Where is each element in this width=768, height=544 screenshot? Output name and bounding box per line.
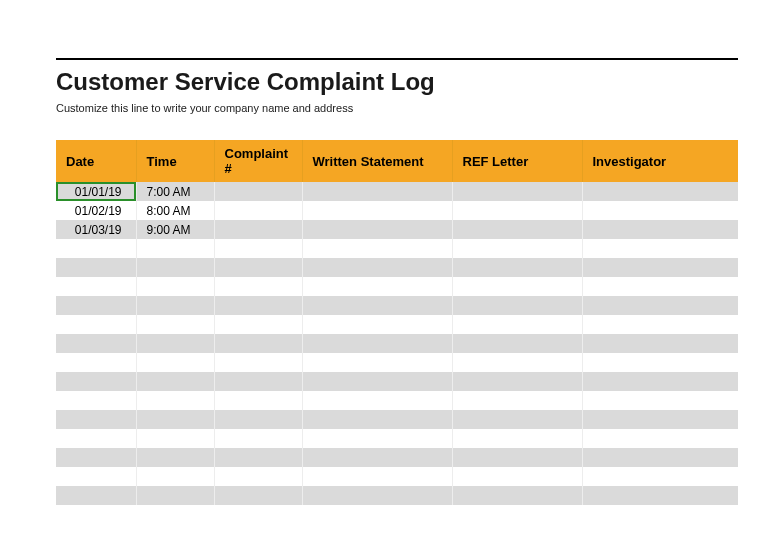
cell-investigator[interactable] — [582, 201, 738, 220]
cell-date[interactable] — [56, 372, 136, 391]
cell-ref[interactable] — [452, 467, 582, 486]
cell-ref[interactable] — [452, 429, 582, 448]
cell-time[interactable] — [136, 391, 214, 410]
cell-complaint[interactable] — [214, 315, 302, 334]
cell-ref[interactable] — [452, 258, 582, 277]
cell-investigator[interactable] — [582, 372, 738, 391]
cell-investigator[interactable] — [582, 448, 738, 467]
cell-ref[interactable] — [452, 372, 582, 391]
cell-statement[interactable] — [302, 258, 452, 277]
cell-time[interactable] — [136, 239, 214, 258]
cell-statement[interactable] — [302, 201, 452, 220]
cell-time[interactable]: 9:00 AM — [136, 220, 214, 239]
cell-complaint[interactable] — [214, 182, 302, 201]
cell-date[interactable]: 01/02/19 — [56, 201, 136, 220]
cell-date[interactable] — [56, 467, 136, 486]
cell-investigator[interactable] — [582, 220, 738, 239]
cell-investigator[interactable] — [582, 258, 738, 277]
cell-date[interactable] — [56, 486, 136, 505]
cell-investigator[interactable] — [582, 391, 738, 410]
cell-time[interactable] — [136, 467, 214, 486]
cell-time[interactable]: 8:00 AM — [136, 201, 214, 220]
cell-ref[interactable] — [452, 201, 582, 220]
cell-complaint[interactable] — [214, 296, 302, 315]
cell-time[interactable] — [136, 258, 214, 277]
cell-time[interactable] — [136, 315, 214, 334]
cell-date[interactable] — [56, 296, 136, 315]
col-header-ref[interactable]: REF Letter — [452, 140, 582, 182]
cell-time[interactable]: 7:00 AM — [136, 182, 214, 201]
cell-ref[interactable] — [452, 391, 582, 410]
cell-date[interactable] — [56, 258, 136, 277]
cell-date[interactable] — [56, 391, 136, 410]
cell-complaint[interactable] — [214, 201, 302, 220]
col-header-time[interactable]: Time — [136, 140, 214, 182]
cell-statement[interactable] — [302, 429, 452, 448]
cell-statement[interactable] — [302, 391, 452, 410]
cell-ref[interactable] — [452, 410, 582, 429]
cell-statement[interactable] — [302, 220, 452, 239]
cell-complaint[interactable] — [214, 258, 302, 277]
cell-date[interactable]: 01/01/19 — [56, 182, 136, 201]
cell-date[interactable] — [56, 429, 136, 448]
cell-complaint[interactable] — [214, 372, 302, 391]
cell-ref[interactable] — [452, 334, 582, 353]
cell-ref[interactable] — [452, 220, 582, 239]
cell-date[interactable]: 01/03/19 — [56, 220, 136, 239]
cell-time[interactable] — [136, 372, 214, 391]
cell-date[interactable] — [56, 410, 136, 429]
cell-date[interactable] — [56, 315, 136, 334]
cell-statement[interactable] — [302, 467, 452, 486]
cell-complaint[interactable] — [214, 448, 302, 467]
col-header-complaint[interactable]: Complaint # — [214, 140, 302, 182]
cell-complaint[interactable] — [214, 410, 302, 429]
cell-statement[interactable] — [302, 277, 452, 296]
cell-investigator[interactable] — [582, 429, 738, 448]
cell-complaint[interactable] — [214, 239, 302, 258]
cell-complaint[interactable] — [214, 486, 302, 505]
cell-investigator[interactable] — [582, 467, 738, 486]
cell-complaint[interactable] — [214, 353, 302, 372]
cell-ref[interactable] — [452, 315, 582, 334]
cell-date[interactable] — [56, 353, 136, 372]
cell-time[interactable] — [136, 277, 214, 296]
cell-statement[interactable] — [302, 239, 452, 258]
cell-statement[interactable] — [302, 182, 452, 201]
cell-ref[interactable] — [452, 277, 582, 296]
cell-investigator[interactable] — [582, 277, 738, 296]
cell-statement[interactable] — [302, 296, 452, 315]
cell-complaint[interactable] — [214, 467, 302, 486]
cell-complaint[interactable] — [214, 429, 302, 448]
cell-statement[interactable] — [302, 372, 452, 391]
cell-ref[interactable] — [452, 353, 582, 372]
cell-time[interactable] — [136, 410, 214, 429]
cell-ref[interactable] — [452, 182, 582, 201]
cell-investigator[interactable] — [582, 315, 738, 334]
cell-statement[interactable] — [302, 353, 452, 372]
cell-time[interactable] — [136, 353, 214, 372]
cell-date[interactable] — [56, 277, 136, 296]
cell-complaint[interactable] — [214, 334, 302, 353]
col-header-statement[interactable]: Written Statement — [302, 140, 452, 182]
cell-statement[interactable] — [302, 486, 452, 505]
cell-investigator[interactable] — [582, 239, 738, 258]
cell-time[interactable] — [136, 429, 214, 448]
cell-investigator[interactable] — [582, 182, 738, 201]
cell-ref[interactable] — [452, 486, 582, 505]
cell-investigator[interactable] — [582, 296, 738, 315]
cell-time[interactable] — [136, 448, 214, 467]
cell-date[interactable] — [56, 448, 136, 467]
cell-ref[interactable] — [452, 296, 582, 315]
cell-complaint[interactable] — [214, 391, 302, 410]
cell-statement[interactable] — [302, 410, 452, 429]
cell-investigator[interactable] — [582, 353, 738, 372]
col-header-investigator[interactable]: Investigator — [582, 140, 738, 182]
cell-ref[interactable] — [452, 239, 582, 258]
cell-investigator[interactable] — [582, 486, 738, 505]
cell-statement[interactable] — [302, 315, 452, 334]
cell-investigator[interactable] — [582, 334, 738, 353]
cell-statement[interactable] — [302, 334, 452, 353]
cell-ref[interactable] — [452, 448, 582, 467]
cell-time[interactable] — [136, 486, 214, 505]
cell-date[interactable] — [56, 239, 136, 258]
